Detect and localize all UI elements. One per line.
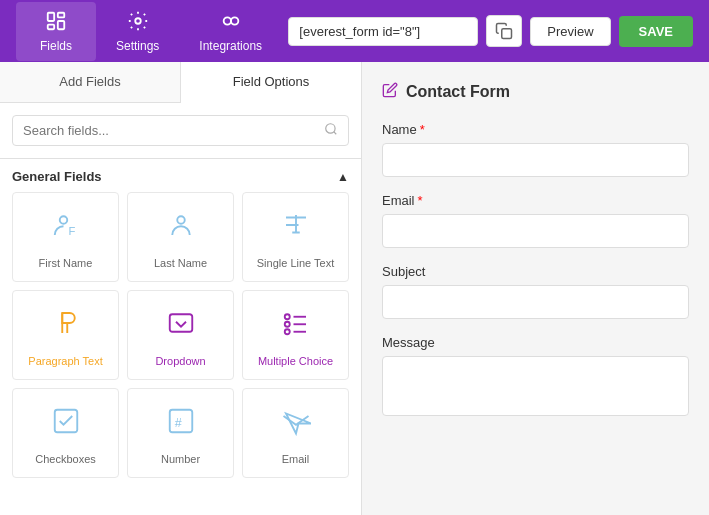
edit-icon bbox=[382, 82, 398, 102]
svg-rect-1 bbox=[58, 12, 64, 17]
message-field-label: Message bbox=[382, 335, 689, 350]
form-title: Contact Form bbox=[406, 83, 510, 101]
email-input[interactable] bbox=[382, 214, 689, 248]
message-textarea[interactable] bbox=[382, 356, 689, 416]
field-item-last-name[interactable]: Last Name bbox=[127, 192, 234, 282]
copy-shortcode-button[interactable] bbox=[486, 15, 522, 47]
search-icon bbox=[324, 122, 338, 139]
panel-tabs: Add Fields Field Options bbox=[0, 62, 361, 103]
tab-add-fields[interactable]: Add Fields bbox=[0, 62, 181, 102]
svg-rect-3 bbox=[48, 24, 54, 29]
right-panel: Contact Form Name * Email * Subject bbox=[362, 62, 709, 515]
shortcode-input[interactable] bbox=[288, 17, 478, 46]
email-required-star: * bbox=[418, 193, 423, 208]
field-item-paragraph[interactable]: Paragraph Text bbox=[12, 290, 119, 380]
field-item-first-name[interactable]: F First Name bbox=[12, 192, 119, 282]
svg-text:F: F bbox=[68, 225, 75, 237]
checkboxes-label: Checkboxes bbox=[35, 453, 96, 465]
nav-fields-label: Fields bbox=[40, 39, 72, 53]
nav-settings-label: Settings bbox=[116, 39, 159, 53]
multiple-choice-label: Multiple Choice bbox=[258, 355, 333, 367]
svg-rect-12 bbox=[169, 314, 192, 332]
name-input[interactable] bbox=[382, 143, 689, 177]
field-item-single-line[interactable]: Single Line Text bbox=[242, 192, 349, 282]
svg-point-17 bbox=[284, 329, 289, 334]
shortcode-area: Preview SAVE bbox=[288, 15, 693, 47]
number-icon: # bbox=[166, 406, 196, 443]
field-item-dropdown[interactable]: Dropdown bbox=[127, 290, 234, 380]
svg-rect-0 bbox=[48, 12, 54, 20]
left-panel: Add Fields Field Options General Fields … bbox=[0, 62, 362, 515]
nav-integrations[interactable]: Integrations bbox=[179, 2, 282, 61]
section-header: General Fields ▲ bbox=[0, 159, 361, 192]
search-area bbox=[0, 103, 361, 159]
nav-integrations-label: Integrations bbox=[199, 39, 262, 53]
single-line-icon bbox=[281, 210, 311, 247]
fields-icon bbox=[45, 10, 67, 35]
svg-point-13 bbox=[284, 314, 289, 319]
name-field-label: Name * bbox=[382, 122, 689, 137]
paragraph-icon bbox=[51, 308, 81, 345]
nav-fields[interactable]: Fields bbox=[16, 2, 96, 61]
fields-grid: F First Name Last Name bbox=[0, 192, 361, 490]
preview-button[interactable]: Preview bbox=[530, 17, 610, 46]
single-line-label: Single Line Text bbox=[257, 257, 334, 269]
multiple-choice-icon bbox=[281, 308, 311, 345]
svg-rect-2 bbox=[58, 21, 64, 29]
settings-icon bbox=[127, 10, 149, 35]
name-required-star: * bbox=[420, 122, 425, 137]
svg-point-15 bbox=[284, 321, 289, 326]
integrations-icon bbox=[220, 10, 242, 35]
form-field-message: Message bbox=[382, 335, 689, 420]
last-name-label: Last Name bbox=[154, 257, 207, 269]
collapse-arrow-icon[interactable]: ▲ bbox=[337, 170, 349, 184]
dropdown-label: Dropdown bbox=[155, 355, 205, 367]
form-field-name: Name * bbox=[382, 122, 689, 177]
email-field-icon bbox=[281, 406, 311, 443]
checkboxes-icon bbox=[51, 406, 81, 443]
form-field-email: Email * bbox=[382, 193, 689, 248]
form-title-row: Contact Form bbox=[382, 82, 689, 102]
tab-field-options[interactable]: Field Options bbox=[181, 62, 361, 103]
field-item-checkboxes[interactable]: Checkboxes bbox=[12, 388, 119, 478]
top-navigation: Fields Settings Integrations Preview bbox=[0, 0, 709, 62]
svg-point-11 bbox=[177, 216, 185, 224]
nav-settings[interactable]: Settings bbox=[96, 2, 179, 61]
first-name-label: First Name bbox=[39, 257, 93, 269]
svg-point-9 bbox=[59, 216, 67, 224]
field-item-multiple-choice[interactable]: Multiple Choice bbox=[242, 290, 349, 380]
subject-input[interactable] bbox=[382, 285, 689, 319]
svg-point-6 bbox=[231, 17, 238, 24]
svg-point-8 bbox=[326, 124, 335, 133]
svg-rect-7 bbox=[502, 29, 512, 39]
subject-field-label: Subject bbox=[382, 264, 689, 279]
save-button[interactable]: SAVE bbox=[619, 16, 693, 47]
number-label: Number bbox=[161, 453, 200, 465]
form-field-subject: Subject bbox=[382, 264, 689, 319]
svg-text:#: # bbox=[174, 416, 181, 430]
main-layout: Add Fields Field Options General Fields … bbox=[0, 62, 709, 515]
last-name-icon bbox=[166, 210, 196, 247]
field-item-number[interactable]: # Number bbox=[127, 388, 234, 478]
email-field-label-text: Email * bbox=[382, 193, 689, 208]
search-box bbox=[12, 115, 349, 146]
field-item-email[interactable]: Email bbox=[242, 388, 349, 478]
email-field-label: Email bbox=[282, 453, 310, 465]
paragraph-label: Paragraph Text bbox=[28, 355, 102, 367]
search-input[interactable] bbox=[23, 123, 316, 138]
svg-point-4 bbox=[135, 18, 141, 24]
svg-point-5 bbox=[223, 17, 230, 24]
first-name-icon: F bbox=[51, 210, 81, 247]
dropdown-icon bbox=[166, 308, 196, 345]
section-title: General Fields bbox=[12, 169, 102, 184]
